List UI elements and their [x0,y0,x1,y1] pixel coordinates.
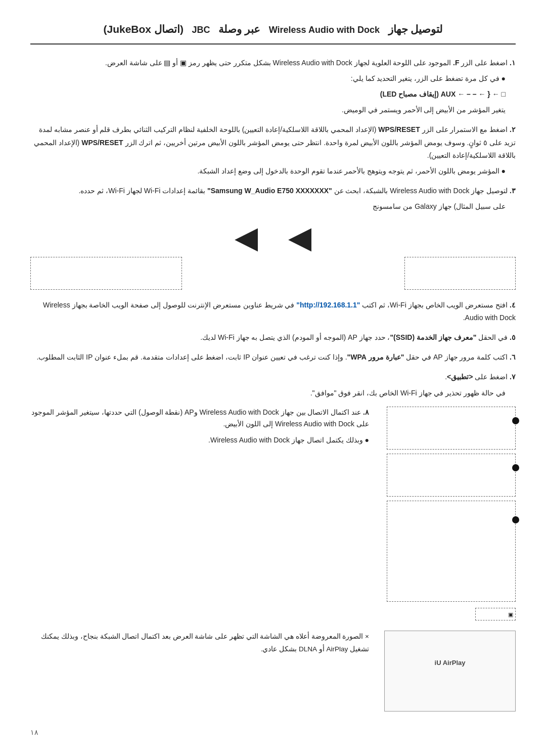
panel-a-wrapper [387,407,516,450]
panel-c [387,501,516,602]
step-8-text: ٨. عند اكتمال الاتصال بين جهاز Wireless … [30,407,369,431]
step-5-text: ٥. في الحقل "معرف جهاز الخدمة (SSID)"، ح… [30,331,516,344]
panel-b-wrapper [387,454,516,497]
dot-c [512,516,519,523]
page-title: لتوصيل جهاز Wireless Audio with Dock عبر… [30,20,516,45]
step-6-text: ٦. اكتب كلمة مرور جهاز AP في حقل "عبارة … [30,351,516,364]
step-8-bullet: ● وبذلك يكتمل اتصال جهاز Wireless Audio … [30,434,369,447]
bottom-note-text: × الصورة المعروضة أعلاه هي الشاشة التي ت… [30,631,369,655]
step-7-note: في حالة ظهور تحذير في جهاز Wi-Fi الخاص ب… [30,387,506,399]
step-6: ٦. اكتب كلمة مرور جهاز AP في حقل "عبارة … [30,351,516,364]
diagram-top: ◀ ◀ [30,223,516,290]
dot-a [512,417,519,424]
step-4-text: ٤. افتح مستعرض الويب الخاص بجهاز Wi-Fi، … [30,299,516,324]
step-8-section: ▣ ٨. عند اكتمال الاتصال بين جهاز Wireles… [30,407,516,621]
diagram-box-right [30,257,182,290]
step-4: ٤. افتح مستعرض الويب الخاص بجهاز Wi-Fi، … [30,299,516,324]
small-label-box: ▣ [475,608,516,621]
panel-a [387,407,516,450]
step-3-text: ٣. لتوصيل جهاز Wireless Audio with Dock … [30,185,516,197]
diagram-panels: ▣ [379,407,516,621]
arrow-right: ◀ [235,223,258,253]
arrows-row: ◀ ◀ [30,223,516,253]
bottom-image-box: iU AirPlay [384,631,516,711]
panel-b [387,454,516,497]
dot-b [512,464,519,471]
step-7-text: ٧. اضغط على <تطبيق>. [30,371,516,383]
step-1: ١. اضغط على الزر F. الموجود على اللوحة ا… [30,57,516,117]
bottom-section: iU AirPlay × الصورة المعروضة أعلاه هي ال… [30,631,516,711]
diagram-box-left [404,257,516,290]
step-7: ٧. اضغط على <تطبيق>. في حالة ظهور تحذير … [30,371,516,399]
small-label-text: ▣ [506,610,515,618]
step-2-bullet: ● المؤشر يومض باللون الأحمر، ثم يتوجه وي… [30,165,506,177]
step-2: ٢. اضغط مع الاستمرار على الزر WPS/RESET … [30,123,516,177]
page-number-value: ١٨ [30,728,38,736]
page-number: ١٨ [30,727,516,739]
airplay-label-area: iU AirPlay [385,631,515,675]
arrow-left: ◀ [288,223,311,253]
step-1-bullet: ● في كل مرة تضغط على الزر، يتغير التحديد… [30,72,506,117]
airplay-label: iU AirPlay [391,657,509,669]
step-1-text: ١. اضغط على الزر F. الموجود على اللوحة ا… [30,57,516,69]
bottom-note: × الصورة المعروضة أعلاه هي الشاشة التي ت… [30,631,374,711]
step-8-text-area: ٨. عند اكتمال الاتصال بين جهاز Wireless … [30,407,369,621]
step-3: ٣. لتوصيل جهاز Wireless Audio with Dock … [30,185,516,213]
panel-c-wrapper [387,501,516,602]
step-5: ٥. في الحقل "معرف جهاز الخدمة (SSID)"، ح… [30,331,516,344]
step-2-text: ٢. اضغط مع الاستمرار على الزر WPS/RESET … [30,123,516,162]
step-3-note: على سبيل المثال) جهاز Galaxy من سامسونج [30,200,516,213]
